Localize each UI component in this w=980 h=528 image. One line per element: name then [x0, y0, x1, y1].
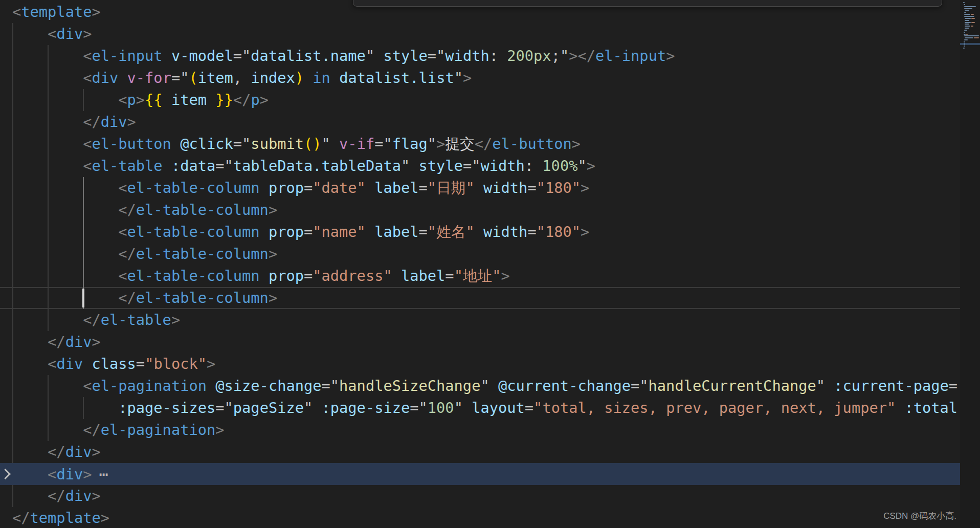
- token-tag: div: [56, 355, 83, 372]
- token-punct: </: [48, 333, 65, 350]
- code-line-21[interactable]: </div>: [0, 441, 960, 463]
- code-line-4[interactable]: <div v-for="(item, index) in datalist.li…: [0, 67, 960, 89]
- token-attr: :page-sizes: [118, 399, 215, 416]
- code-line-24[interactable]: </template>: [0, 507, 960, 528]
- token-tag: div: [65, 333, 92, 350]
- token-attr: :data: [163, 157, 216, 174]
- token-func: handleSizeChange: [339, 377, 480, 394]
- code-line-17[interactable]: <div class="block">: [0, 353, 960, 375]
- token-punct: </: [118, 201, 136, 218]
- token-oper: ": [816, 377, 825, 394]
- minimap-line-mark: [971, 18, 975, 19]
- token-punct: <: [83, 47, 92, 64]
- code-line-18[interactable]: <el-pagination @size-change="handleSizeC…: [0, 375, 960, 397]
- code-line-19[interactable]: :page-sizes="pageSize" :page-size="100" …: [0, 397, 960, 419]
- token-attr: style: [410, 157, 463, 174]
- token-str: "block": [145, 355, 207, 372]
- fold-chevron-icon[interactable]: [1, 468, 12, 479]
- code-line-6[interactable]: </div>: [0, 111, 960, 133]
- token-oper: =: [304, 267, 313, 284]
- token-attr: tableData.tableData: [233, 157, 401, 174]
- code-editor[interactable]: <template> <div> <el-input v-model="data…: [0, 0, 980, 528]
- token-oper: =": [171, 69, 189, 86]
- token-tag: el-table: [101, 311, 171, 328]
- token-attr: prop: [260, 179, 304, 196]
- text-cursor: [82, 289, 84, 307]
- token-attr: @size-change: [207, 377, 322, 394]
- token-punct: >: [581, 179, 589, 196]
- token-punct: >: [83, 466, 92, 483]
- token-brk: {{: [145, 91, 163, 108]
- code-line-5[interactable]: <p>{{ item }}</p>: [0, 89, 960, 111]
- token-punct: ></: [569, 47, 595, 64]
- token-punct: >: [501, 267, 510, 284]
- token-tag: el-table: [92, 157, 162, 174]
- quick-input-widget[interactable]: [353, 0, 942, 7]
- code-line-15[interactable]: </el-table>: [0, 309, 960, 331]
- token-punct: <: [118, 223, 127, 240]
- token-str: "name": [313, 223, 366, 240]
- token-punct: <: [83, 135, 92, 152]
- token-str: "date": [313, 179, 366, 196]
- fold-ellipsis[interactable]: ⋯: [99, 465, 108, 483]
- token-attr: :page-size: [313, 399, 410, 416]
- token-oper: =: [949, 377, 957, 394]
- token-punct: </: [48, 487, 65, 504]
- token-oper: ": [454, 69, 463, 86]
- token-oper: ": [428, 135, 436, 152]
- token-punct: >: [463, 69, 472, 86]
- minimap-line-mark: [964, 14, 970, 15]
- token-str: "地址": [454, 267, 501, 284]
- token-punct: >: [572, 135, 581, 152]
- token-brk: (: [189, 69, 197, 86]
- token-attr: width: [480, 157, 524, 174]
- minimap[interactable]: [960, 0, 980, 528]
- token-attr: width: [475, 223, 528, 240]
- minimap-line-mark: [964, 39, 968, 40]
- code-area[interactable]: <template> <div> <el-input v-model="data…: [0, 1, 960, 528]
- code-line-13[interactable]: <el-table-column prop="address" label="地…: [0, 265, 960, 287]
- token-tag: p: [251, 91, 259, 108]
- token-punct: >: [215, 421, 224, 438]
- token-oper: :: [489, 47, 498, 64]
- code-line-23[interactable]: </div>: [0, 485, 960, 507]
- token-punct: >: [101, 509, 109, 526]
- code-line-20[interactable]: </el-pagination>: [0, 419, 960, 441]
- minimap-line-mark: [965, 10, 969, 11]
- code-line-9[interactable]: <el-table-column prop="date" label="日期" …: [0, 177, 960, 199]
- code-line-11[interactable]: <el-table-column prop="name" label="姓名" …: [0, 221, 960, 243]
- token-attr: label: [366, 179, 419, 196]
- code-line-7[interactable]: <el-button @click="submit()" v-if="flag"…: [0, 133, 960, 155]
- token-oper: =": [463, 157, 481, 174]
- token-num: 100%: [533, 157, 577, 174]
- token-punct: >: [269, 289, 277, 306]
- token-str: "日期": [428, 179, 475, 196]
- token-tag: div: [65, 487, 92, 504]
- code-line-10[interactable]: </el-table-column>: [0, 199, 960, 221]
- token-oper: =: [304, 223, 313, 240]
- token-punct: >: [92, 487, 100, 504]
- token-ctrl: v-if: [330, 135, 374, 152]
- code-line-8[interactable]: <el-table :data="tableData.tableData" st…: [0, 155, 960, 177]
- code-line-22[interactable]: <div>⋯: [0, 463, 960, 485]
- code-line-12[interactable]: </el-table-column>: [0, 243, 960, 265]
- token-oper: =": [215, 399, 233, 416]
- token-attr: item: [163, 91, 216, 108]
- token-oper: =: [525, 399, 533, 416]
- token-punct: <: [12, 3, 21, 20]
- minimap-line-mark: [965, 22, 971, 23]
- token-attr: width: [475, 179, 528, 196]
- minimap-line-mark: [964, 6, 976, 7]
- code-line-3[interactable]: <el-input v-model="datalist.name" style=…: [0, 45, 960, 67]
- token-punct: >: [260, 91, 269, 108]
- token-tag: div: [65, 443, 92, 460]
- token-oper: ,: [233, 69, 242, 86]
- code-line-16[interactable]: </div>: [0, 331, 960, 353]
- token-punct: <: [118, 179, 127, 196]
- code-line-14[interactable]: </el-table-column>: [0, 287, 960, 309]
- token-punct: >: [127, 113, 136, 130]
- token-punct: >: [581, 223, 589, 240]
- token-tag: el-button: [92, 135, 171, 152]
- code-line-2[interactable]: <div>: [0, 23, 960, 45]
- minimap-line-mark: [964, 34, 966, 35]
